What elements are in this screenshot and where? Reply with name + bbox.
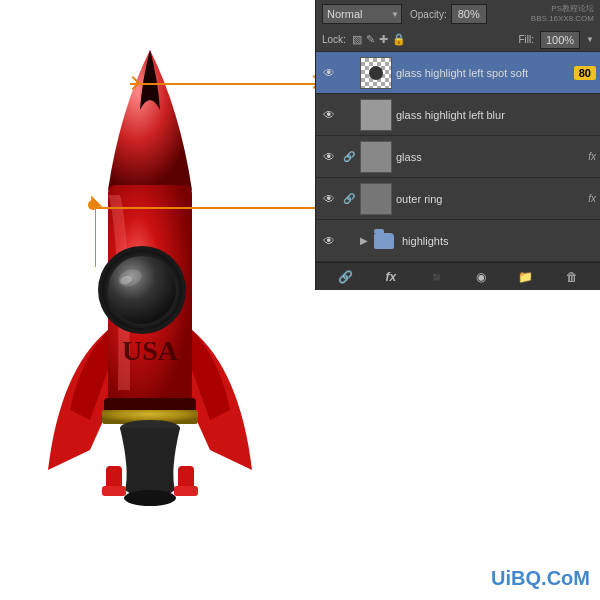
layer-name: glass highlight left spot soft <box>396 67 566 79</box>
lock-icon-lock[interactable]: 🔒 <box>392 33 406 46</box>
layer-row[interactable]: 👁 glass highlight left blur <box>316 94 600 136</box>
rocket-area: USA <box>0 0 310 600</box>
thumb-dark-center <box>369 66 383 80</box>
layer-row[interactable]: 👁 🔗 outer ring fx <box>316 178 600 220</box>
layer-row[interactable]: 👁 🔗 glass fx <box>316 136 600 178</box>
folder-icon <box>374 233 394 249</box>
blend-opacity-bar: Normal ▼ Opacity: PS教程论坛 BBS.16XX8.COM <box>316 0 600 28</box>
svg-point-5 <box>124 490 176 506</box>
circle-icon[interactable]: ◉ <box>472 268 490 286</box>
layer-fx: fx <box>588 151 596 162</box>
layers-list: 👁 glass highlight left spot soft 80 👁 gl… <box>316 52 600 262</box>
fill-input[interactable] <box>540 31 580 49</box>
folder-arrow[interactable]: ▶ <box>360 235 368 246</box>
rocket-svg: USA <box>30 30 270 560</box>
layer-name: glass highlight left blur <box>396 109 596 121</box>
opacity-input[interactable] <box>451 4 487 24</box>
folder-icon[interactable]: 📁 <box>514 268 537 286</box>
camera-icon[interactable]: ◾ <box>425 268 448 286</box>
uibq-label: UiBQ.CoM <box>491 567 590 589</box>
layer-chain[interactable]: 🔗 <box>342 193 356 204</box>
fill-arrow: ▼ <box>586 35 594 44</box>
layer-thumb-checker <box>360 57 392 89</box>
trash-icon[interactable]: 🗑 <box>562 268 582 286</box>
layer-eye[interactable]: 👁 <box>320 190 338 208</box>
layer-name: outer ring <box>396 193 584 205</box>
layer-eye[interactable]: 👁 <box>320 64 338 82</box>
bottom-arrow-dot2 <box>88 200 98 210</box>
blend-mode-wrapper[interactable]: Normal ▼ <box>322 4 402 24</box>
link-icon[interactable]: 🔗 <box>334 268 357 286</box>
svg-text:USA: USA <box>122 335 179 366</box>
layer-eye[interactable]: 👁 <box>320 106 338 124</box>
top-arrow-line <box>130 83 315 85</box>
ps-watermark: PS教程论坛 BBS.16XX8.COM <box>531 4 594 23</box>
uibq-watermark: UiBQ.CoM <box>491 567 590 590</box>
layer-row-folder[interactable]: 👁 ▶ highlights <box>316 220 600 262</box>
svg-rect-13 <box>102 486 126 496</box>
fx-icon[interactable]: fx <box>382 268 401 286</box>
lock-label: Lock: <box>322 34 346 45</box>
layer-thumb-gray <box>360 99 392 131</box>
layer-chain[interactable]: 🔗 <box>342 151 356 162</box>
blend-mode-select[interactable]: Normal <box>322 4 402 24</box>
opacity-label: Opacity: <box>410 9 447 20</box>
layer-thumb-ring <box>360 183 392 215</box>
lock-icon-move[interactable]: ✚ <box>379 33 388 46</box>
fill-label: Fill: <box>519 34 535 45</box>
layer-thumb-glass <box>360 141 392 173</box>
lock-icon-check[interactable]: ▧ <box>352 33 362 46</box>
layer-badge: 80 <box>574 66 596 80</box>
layer-name: glass <box>396 151 584 163</box>
layer-eye[interactable]: 👁 <box>320 232 338 250</box>
rocket-container: USA <box>30 30 270 560</box>
lock-icon-brush[interactable]: ✎ <box>366 33 375 46</box>
layer-eye[interactable]: 👁 <box>320 148 338 166</box>
layer-name: highlights <box>402 235 596 247</box>
ps-toolbar: 🔗 fx ◾ ◉ 📁 🗑 <box>316 262 600 290</box>
lock-bar: Lock: ▧ ✎ ✚ 🔒 Fill: ▼ <box>316 28 600 52</box>
layer-fx: fx <box>588 193 596 204</box>
layer-row[interactable]: 👁 glass highlight left spot soft 80 <box>316 52 600 94</box>
lock-icons: ▧ ✎ ✚ 🔒 <box>352 33 406 46</box>
ps-panel: Normal ▼ Opacity: PS教程论坛 BBS.16XX8.COM L… <box>315 0 600 290</box>
bottom-arrow-vertical <box>95 207 96 267</box>
bottom-arrow-line <box>95 207 315 209</box>
svg-point-8 <box>108 256 176 324</box>
svg-rect-15 <box>174 486 198 496</box>
